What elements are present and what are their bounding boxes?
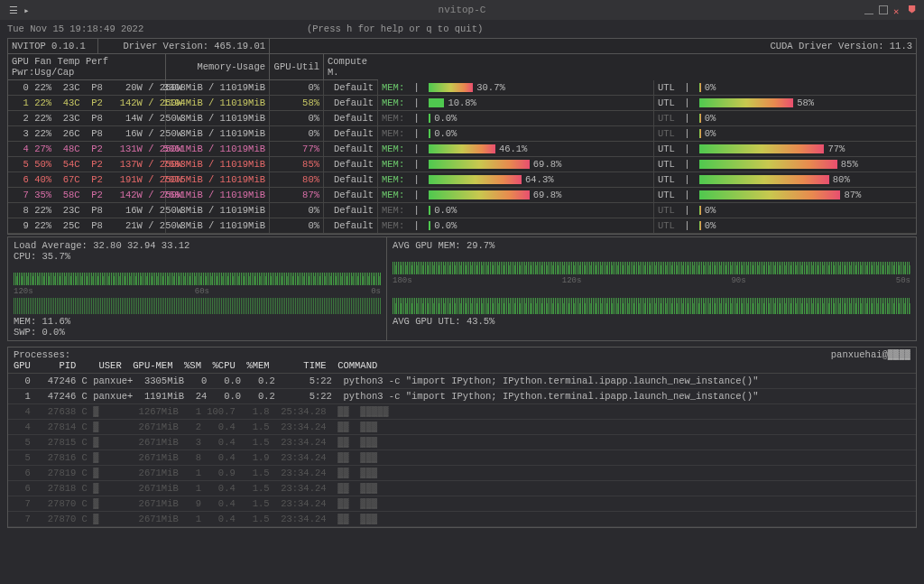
col-compute: Compute M. bbox=[324, 54, 378, 80]
process-row[interactable]: 1 47246 C panxue+ 1191MiB 24 0.0 0.2 5:2… bbox=[8, 389, 916, 404]
cpu-sparkline bbox=[14, 264, 381, 285]
close-icon[interactable]: ✕ bbox=[893, 5, 902, 14]
processes-title: Processes: bbox=[14, 349, 377, 360]
hamburger-icon[interactable]: ☰ ▸ bbox=[9, 5, 30, 16]
gpu-timeline: 180s120s90s50s bbox=[393, 276, 910, 285]
system-stats: Load Average: 32.80 32.94 33.12 CPU: 35.… bbox=[7, 236, 917, 341]
gpu-row: 2 22% 23C P8 14W / 250W3MiB / 11019MiB0%… bbox=[8, 111, 916, 126]
gpu-mem-sparkline bbox=[393, 253, 910, 274]
swp-pct: SWP: 0.0% bbox=[14, 327, 381, 338]
avg-gpu-mem: AVG GPU MEM: 29.7% bbox=[393, 240, 910, 251]
process-row[interactable]: 7 27870 C ▓ 2671MiB 9 0.4 1.5 23:34.24 ▓… bbox=[8, 496, 916, 512]
gpu-row: 9 22% 25C P8 21W / 250W3MiB / 11019MiB0%… bbox=[8, 218, 916, 234]
timestamp: Tue Nov 15 19:18:49 2022 bbox=[7, 23, 143, 34]
top-status-line: Tue Nov 15 19:18:49 2022 (Press h for he… bbox=[7, 23, 917, 34]
gpu-row: 8 22% 23C P8 16W / 250W3MiB / 11019MiB0%… bbox=[8, 203, 916, 218]
gpu-row: 5 50% 54C P2 137W / 250W7683MiB / 11019M… bbox=[8, 157, 916, 172]
process-row[interactable]: 4 27638 C ▓ 1267MiB 1 100.7 1.8 25:34.28… bbox=[8, 404, 916, 420]
gpu-table: NVITOP 0.10.1 Driver Version: 465.19.01 … bbox=[7, 38, 917, 235]
cpu-timeline: 120s60s0s bbox=[14, 287, 381, 296]
window-title: nvitop-C bbox=[439, 5, 486, 15]
process-row[interactable]: 0 47246 C panxue+ 3305MiB 0 0.0 0.2 5:22… bbox=[8, 374, 916, 389]
minimize-icon[interactable] bbox=[864, 5, 873, 14]
process-table: Processes: GPU PID USER GPU-MEM %SM %CPU… bbox=[7, 347, 917, 528]
load-average: Load Average: 32.80 32.94 33.12 bbox=[14, 240, 381, 251]
process-row[interactable]: 7 27870 C ▓ 2671MiB 1 0.4 1.5 23:34.24 ▓… bbox=[8, 512, 916, 527]
help-hint: (Press h for help or q to quit) bbox=[307, 23, 483, 34]
col-gpu-stats: GPU Fan Temp Perf Pwr:Usg/Cap bbox=[8, 54, 166, 80]
window-titlebar: ☰ ▸ nvitop-C ✕ ⛊ bbox=[0, 0, 924, 20]
gpu-row: 6 40% 67C P2 191W / 250W7075MiB / 11019M… bbox=[8, 172, 916, 188]
process-columns: GPU PID USER GPU-MEM %SM %CPU %MEM TIME … bbox=[14, 360, 377, 371]
user-host: panxuehai@▓▓▓▓ bbox=[831, 349, 910, 360]
gpu-row: 0 22% 23C P8 20W / 250W3308MiB / 11019Mi… bbox=[8, 80, 916, 96]
mem-pct: MEM: 11.6% bbox=[14, 316, 381, 327]
process-row[interactable]: 6 27818 C ▓ 2671MiB 1 0.4 1.5 23:34.24 ▓… bbox=[8, 481, 916, 496]
process-row[interactable]: 4 27814 C ▓ 2671MiB 2 0.4 1.5 23:34.24 ▓… bbox=[8, 420, 916, 435]
col-mem: Memory-Usage bbox=[166, 54, 270, 80]
avg-gpu-utl: AVG GPU UTL: 43.5% bbox=[393, 316, 910, 327]
gpu-utl-sparkline bbox=[393, 287, 910, 314]
product-name: NVITOP 0.10.1 bbox=[8, 39, 98, 54]
col-util: GPU-Util bbox=[270, 54, 324, 80]
gpu-row: 4 27% 48C P2 131W / 250W5061MiB / 11019M… bbox=[8, 142, 916, 157]
gpu-row: 1 22% 43C P2 142W / 250W1194MiB / 11019M… bbox=[8, 96, 916, 111]
cuda-version: CUDA Driver Version: 11.3 bbox=[270, 39, 916, 54]
process-row[interactable]: 5 27815 C ▓ 2671MiB 3 0.4 1.5 23:34.24 ▓… bbox=[8, 435, 916, 450]
process-row[interactable]: 6 27819 C ▓ 2671MiB 1 0.9 1.5 23:34.24 ▓… bbox=[8, 466, 916, 481]
cpu-pct: CPU: 35.7% bbox=[14, 251, 381, 262]
mem-sparkline bbox=[14, 298, 381, 314]
shield-icon: ⛊ bbox=[908, 5, 917, 14]
maximize-icon[interactable] bbox=[879, 5, 888, 14]
gpu-row: 3 22% 26C P8 16W / 250W3MiB / 11019MiB0%… bbox=[8, 126, 916, 142]
gpu-row: 7 35% 58C P2 142W / 250W7681MiB / 11019M… bbox=[8, 188, 916, 203]
driver-version: Driver Version: 465.19.01 bbox=[98, 39, 270, 54]
process-row[interactable]: 5 27816 C ▓ 2671MiB 8 0.4 1.9 23:34.24 ▓… bbox=[8, 450, 916, 466]
